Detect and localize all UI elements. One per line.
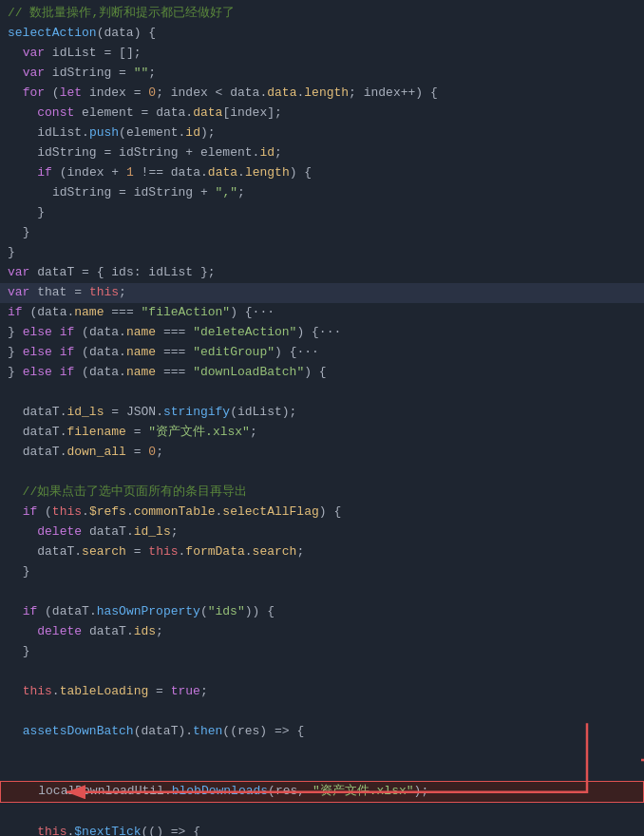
code-line — [0, 383, 644, 403]
code-line: var dataT = { ids: idList }; — [0, 263, 644, 283]
line-text: } else if (data.name === "downLoadBatch"… — [8, 363, 636, 383]
line-text: if (this.$refs.commonTable.selectAllFlag… — [8, 503, 636, 522]
line-text: } — [8, 642, 636, 662]
line-text: dataT.id_ls = JSON.stringify(idList); — [8, 403, 636, 423]
code-line: } — [0, 243, 644, 263]
code-line: // 数批量操作,判断和提示都已经做好了 — [0, 4, 644, 24]
line-text: if (index + 1 !== data.data.length) { — [8, 163, 636, 183]
line-text: if (data.name === "fileAction") {··· — [8, 303, 636, 323]
code-line: idList.push(element.id); — [0, 124, 644, 143]
line-text: dataT.search = this.formData.search; — [8, 542, 636, 562]
line-text: delete dataT.ids; — [8, 622, 636, 642]
code-viewer: // 数批量操作,判断和提示都已经做好了 selectAction(data) … — [0, 0, 644, 836]
code-line: } — [0, 223, 644, 243]
code-line: this.$nextTick(() => { — [0, 823, 644, 836]
code-line: delete dataT.id_ls; — [0, 522, 644, 542]
line-text: dataT.filename = "资产文件.xlsx"; — [8, 423, 636, 443]
code-line: selectAction(data) { — [0, 24, 644, 44]
code-line: } — [0, 203, 644, 223]
code-line: dataT.search = this.formData.search; — [0, 542, 644, 562]
line-text: } — [8, 203, 636, 223]
line-text: var idString = ""; — [8, 64, 636, 84]
line-text: // 数批量操作,判断和提示都已经做好了 — [8, 4, 636, 24]
code-line: localDownloadUtil.blobDownloads(res, "资产… — [0, 781, 644, 803]
line-text: } — [8, 243, 636, 263]
code-line: idString = idString + ","; — [0, 183, 644, 203]
code-line: } else if (data.name === "downLoadBatch"… — [0, 363, 644, 383]
line-text: } — [8, 562, 636, 582]
code-block: // 数批量操作,判断和提示都已经做好了 selectAction(data) … — [0, 0, 644, 836]
line-text: const element = data.data[index]; — [8, 104, 636, 124]
code-line: const element = data.data[index]; — [0, 104, 644, 124]
code-line: idString = idString + element.id; — [0, 143, 644, 163]
code-line: var idList = []; — [0, 44, 644, 64]
code-line: dataT.id_ls = JSON.stringify(idList); — [0, 403, 644, 423]
code-line: } else if (data.name === "deleteAction")… — [0, 323, 644, 343]
line-text: idList.push(element.id); — [8, 124, 636, 143]
code-line: if (data.name === "fileAction") {··· — [0, 303, 644, 323]
code-line: if (this.$refs.commonTable.selectAllFlag… — [0, 503, 644, 522]
code-line: } — [0, 562, 644, 582]
code-line — [0, 662, 644, 682]
code-line: //如果点击了选中页面所有的条目再导出 — [0, 483, 644, 503]
line-text: var idList = []; — [8, 44, 636, 64]
code-line: this.tableLoading = true; — [0, 682, 644, 702]
code-line: } — [0, 642, 644, 662]
line-text: } else if (data.name === "editGroup") {·… — [8, 343, 636, 363]
code-line: assetsDownBatch(dataT).then((res) => { — [0, 722, 644, 781]
line-text: dataT.down_all = 0; — [8, 443, 636, 463]
code-line — [0, 803, 644, 823]
line-text: this.tableLoading = true; — [8, 682, 636, 702]
line-text: if (dataT.hasOwnProperty("ids")) { — [8, 602, 636, 622]
code-line: dataT.down_all = 0; — [0, 443, 644, 463]
code-line: delete dataT.ids; — [0, 622, 644, 642]
line-text: assetsDownBatch(dataT).then((res) => { — [8, 722, 592, 742]
line-text: var that = this; — [8, 283, 636, 303]
line-text: idString = idString + element.id; — [8, 143, 636, 163]
code-line — [0, 463, 644, 483]
code-line: var that = this; — [0, 283, 644, 303]
code-line — [0, 702, 644, 722]
code-line: } else if (data.name === "editGroup") {·… — [0, 343, 644, 363]
line-text: idString = idString + ","; — [8, 183, 636, 203]
code-line: dataT.filename = "资产文件.xlsx"; — [0, 423, 644, 443]
line-text: for (let index = 0; index < data.data.le… — [8, 84, 636, 104]
line-text: selectAction(data) { — [8, 24, 636, 44]
line-text: //如果点击了选中页面所有的条目再导出 — [8, 483, 636, 503]
line-text: } else if (data.name === "deleteAction")… — [8, 323, 636, 343]
line-text: delete dataT.id_ls; — [8, 522, 636, 542]
code-line: for (let index = 0; index < data.data.le… — [0, 84, 644, 104]
code-line: if (index + 1 !== data.data.length) { — [0, 163, 644, 183]
line-text: localDownloadUtil.blobDownloads(res, "资产… — [9, 782, 635, 802]
code-line — [0, 582, 644, 602]
line-text: this.$nextTick(() => { — [8, 823, 636, 836]
line-text: var dataT = { ids: idList }; — [8, 263, 636, 283]
code-line: var idString = ""; — [0, 64, 644, 84]
line-text: } — [8, 223, 636, 243]
code-line: if (dataT.hasOwnProperty("ids")) { — [0, 602, 644, 622]
